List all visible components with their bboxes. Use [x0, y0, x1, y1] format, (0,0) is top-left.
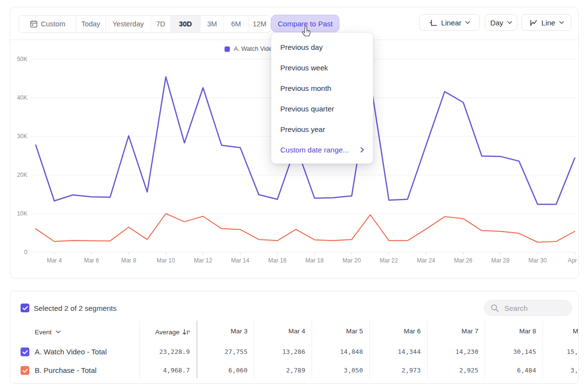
event-header-label: Event [35, 328, 52, 336]
column-header-average[interactable]: Average [121, 327, 190, 336]
cell-average: 23,228.9 [121, 348, 190, 356]
calendar-icon [30, 20, 38, 28]
cell-value: 14,848 [309, 348, 363, 356]
column-header-event[interactable]: Event [35, 327, 61, 336]
x-axis-label: Mar 12 [194, 257, 212, 264]
x-axis-label: Mar 14 [231, 257, 249, 264]
y-axis-label: 0 [24, 249, 27, 256]
preset-yesterday[interactable]: Yesterday [106, 16, 151, 32]
check-icon [23, 369, 28, 373]
check-icon [23, 350, 28, 354]
column-header-mar-6[interactable]: Mar 6 [367, 327, 421, 336]
y-axis-label: 50K [17, 56, 27, 63]
column-header-mar-3[interactable]: Mar 3 [194, 327, 248, 336]
sort-descending-icon [182, 328, 190, 335]
cell-value: 6,060 [194, 367, 248, 374]
x-axis-label: Apr 1 [568, 257, 578, 264]
column-header-mar-5[interactable]: Mar 5 [309, 327, 363, 336]
axis-linear-icon [429, 19, 437, 27]
chart-type-dropdown-button[interactable]: Line [521, 14, 571, 31]
column-header-mar-7[interactable]: Mar 7 [425, 327, 478, 336]
segments-table-card: Selected 2 of 2 segments Event Average M… [10, 291, 579, 384]
compare-to-past-label: Compare to Past [278, 20, 333, 28]
cell-value: 27,755 [194, 348, 248, 356]
preset-today[interactable]: Today [76, 16, 106, 32]
preset-7d[interactable]: 7D [151, 16, 171, 32]
x-axis-label: Mar 10 [157, 257, 175, 264]
x-axis-label: Mar 18 [305, 257, 324, 264]
compare-to-past-menu: Previous dayPrevious weekPrevious monthP… [271, 32, 373, 164]
search-box[interactable] [484, 300, 572, 316]
scale-label: Linear [441, 19, 462, 27]
cell-value: 2,789 [251, 367, 305, 374]
search-icon [491, 304, 499, 312]
preset-label: 6M [231, 20, 241, 28]
y-axis-label: 20K [17, 172, 27, 178]
x-axis-label: Mar 26 [454, 257, 473, 264]
preset-12m[interactable]: 12M [248, 16, 271, 32]
preset-label: 30D [179, 20, 192, 28]
check-icon [23, 306, 28, 310]
row-checkbox-purchase[interactable] [21, 366, 29, 375]
menu-item-previous-week[interactable]: Previous week [271, 57, 373, 78]
cell-value: 14,344 [367, 348, 421, 356]
select-all-checkbox[interactable] [21, 304, 29, 312]
custom-date-range-label: Custom date range... [280, 146, 349, 154]
x-axis-label: Mar 20 [342, 257, 361, 264]
x-axis-label: Mar 6 [84, 257, 99, 264]
search-input[interactable] [503, 304, 564, 313]
x-axis-label: Mar 8 [121, 257, 136, 264]
menu-item-previous-month[interactable]: Previous month [271, 78, 373, 98]
interval-dropdown-button[interactable]: Day [485, 14, 518, 31]
preset-6m[interactable]: 6M [224, 16, 248, 32]
preset-label: 3M [207, 20, 217, 28]
column-header-m[interactable]: M [524, 327, 578, 336]
compare-to-past-button[interactable]: Compare to Past [271, 15, 339, 32]
preset-label: 7D [156, 20, 165, 28]
selected-segments-text: Selected 2 of 2 segments [34, 304, 116, 312]
interval-label: Day [490, 19, 503, 27]
cell-average: 4,968.7 [121, 367, 190, 374]
y-axis-label: 10K [17, 210, 27, 217]
cell-value: 13,286 [251, 348, 305, 356]
menu-item-previous-year[interactable]: Previous year [271, 119, 373, 139]
x-axis-label: Mar 28 [491, 257, 510, 264]
cell-value: 3, [524, 367, 578, 374]
preset-label: 12M [252, 20, 266, 28]
chevron-down-icon [56, 330, 61, 333]
chart-type-label: Line [542, 19, 555, 27]
menu-item-previous-quarter[interactable]: Previous quarter [271, 98, 373, 119]
preset-label: Today [81, 20, 100, 28]
cell-value: 2,925 [425, 367, 478, 374]
x-axis-label: Mar 4 [47, 257, 62, 264]
series-line-purchase[interactable] [36, 214, 575, 242]
x-axis-label: Mar 22 [380, 257, 398, 264]
menu-item-custom-date-range[interactable]: Custom date range... [271, 139, 373, 160]
preset-30d[interactable]: 30D [171, 16, 201, 32]
menu-item-previous-day[interactable]: Previous day [271, 37, 373, 57]
x-axis-label: Mar 24 [417, 257, 435, 264]
cell-value: 2,973 [367, 367, 421, 374]
chevron-down-icon [465, 21, 470, 24]
scale-dropdown-button[interactable]: Linear [419, 14, 480, 31]
chevron-down-icon [507, 21, 512, 24]
line-chart-icon [529, 19, 538, 27]
y-axis-label: 40K [17, 94, 27, 101]
x-axis-label: Mar 30 [528, 257, 547, 264]
row-label: A. Watch Video - Total [35, 348, 107, 356]
preset-3m[interactable]: 3M [201, 16, 224, 32]
chevron-down-icon [559, 21, 564, 24]
column-header-mar-4[interactable]: Mar 4 [251, 327, 305, 336]
cell-value: 3,050 [309, 367, 363, 374]
cell-value: 15, [524, 348, 578, 356]
cell-value: 14,230 [425, 348, 478, 356]
x-axis-label: Mar 16 [268, 257, 287, 264]
average-header-label: Average [155, 328, 180, 336]
chevron-right-icon [361, 147, 364, 152]
date-range-presets: CustomTodayYesterday7D30D3M6M12M [19, 15, 271, 33]
preset-label: Custom [41, 20, 66, 28]
y-axis-label: 30K [17, 133, 27, 140]
row-checkbox-watch-video[interactable] [21, 348, 29, 356]
preset-custom[interactable]: Custom [19, 16, 76, 32]
row-label: B. Purchase - Total [35, 366, 96, 375]
